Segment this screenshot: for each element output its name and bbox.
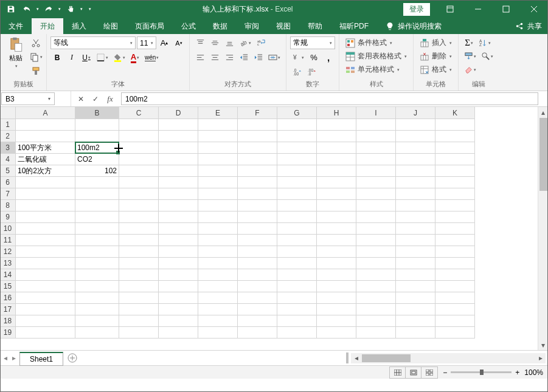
page-layout-view-button[interactable] bbox=[406, 367, 421, 378]
cell[interactable] bbox=[16, 211, 75, 223]
cell[interactable] bbox=[75, 188, 119, 200]
cell[interactable] bbox=[317, 246, 356, 258]
cell[interactable] bbox=[119, 315, 159, 327]
cell[interactable] bbox=[356, 211, 396, 223]
cell[interactable] bbox=[16, 223, 75, 235]
cell[interactable] bbox=[16, 119, 75, 131]
cell[interactable] bbox=[396, 304, 435, 315]
row-header[interactable]: 5 bbox=[0, 165, 16, 177]
cell[interactable] bbox=[198, 327, 238, 339]
cell[interactable] bbox=[238, 223, 277, 235]
undo-button[interactable] bbox=[19, 2, 34, 16]
column-header[interactable]: E bbox=[198, 107, 238, 119]
autosum-button[interactable]: Σ▾ bbox=[462, 36, 476, 49]
cell[interactable] bbox=[238, 177, 277, 188]
minimize-button[interactable] bbox=[464, 0, 492, 18]
cell[interactable] bbox=[277, 315, 317, 327]
cell[interactable] bbox=[396, 211, 435, 223]
save-button[interactable] bbox=[4, 2, 18, 16]
vertical-scrollbar[interactable]: ▴ ▾ bbox=[538, 107, 548, 350]
sort-filter-button[interactable]: AZ▾ bbox=[477, 36, 493, 49]
row-header[interactable]: 12 bbox=[0, 246, 16, 258]
cell[interactable] bbox=[317, 188, 356, 200]
font-size-combo[interactable]: 11▾ bbox=[137, 36, 156, 49]
cell[interactable] bbox=[159, 304, 198, 315]
cell[interactable] bbox=[356, 119, 396, 131]
cell[interactable] bbox=[238, 292, 277, 304]
cell[interactable] bbox=[356, 223, 396, 235]
cell[interactable] bbox=[119, 177, 159, 188]
vscroll-thumb[interactable] bbox=[539, 118, 547, 191]
cell[interactable] bbox=[238, 165, 277, 177]
row-header[interactable]: 1 bbox=[0, 119, 16, 131]
cell[interactable] bbox=[277, 211, 317, 223]
cell[interactable] bbox=[238, 235, 277, 246]
align-top-button[interactable] bbox=[193, 36, 207, 49]
column-header[interactable]: G bbox=[277, 107, 317, 119]
cell[interactable] bbox=[159, 200, 198, 211]
cell[interactable] bbox=[198, 235, 238, 246]
italic-button[interactable]: I bbox=[65, 51, 78, 64]
cell[interactable] bbox=[277, 223, 317, 235]
normal-view-button[interactable] bbox=[390, 367, 406, 378]
cell[interactable] bbox=[317, 119, 356, 131]
cell[interactable]: 二氧化碳 bbox=[16, 154, 75, 165]
cell[interactable] bbox=[356, 177, 396, 188]
cell[interactable] bbox=[356, 235, 396, 246]
tab-formulas[interactable]: 公式 bbox=[173, 18, 204, 34]
align-bottom-button[interactable] bbox=[223, 36, 236, 49]
cell[interactable] bbox=[198, 200, 238, 211]
cell[interactable] bbox=[396, 131, 435, 142]
cell[interactable] bbox=[317, 131, 356, 142]
insert-function-button[interactable]: fx bbox=[103, 92, 117, 106]
cell[interactable] bbox=[75, 211, 119, 223]
cell[interactable] bbox=[435, 200, 475, 211]
cut-button[interactable] bbox=[29, 36, 43, 49]
cell[interactable] bbox=[356, 165, 396, 177]
row-header[interactable]: 11 bbox=[0, 235, 16, 246]
column-header[interactable]: J bbox=[396, 107, 435, 119]
row-header[interactable]: 18 bbox=[0, 315, 16, 327]
cell[interactable] bbox=[75, 304, 119, 315]
cell[interactable] bbox=[356, 269, 396, 281]
close-button[interactable] bbox=[520, 0, 548, 18]
increase-font-button[interactable]: A▴ bbox=[158, 36, 171, 49]
cell[interactable] bbox=[435, 177, 475, 188]
find-button[interactable]: ▾ bbox=[479, 50, 495, 63]
cell[interactable] bbox=[75, 269, 119, 281]
tab-foxit[interactable]: 福昕PDF bbox=[331, 18, 377, 34]
cell[interactable] bbox=[277, 258, 317, 269]
decrease-indent-button[interactable] bbox=[237, 51, 251, 64]
cell[interactable] bbox=[119, 327, 159, 339]
qat-customize[interactable]: ▾ bbox=[88, 2, 92, 16]
conditional-format-button[interactable]: 条件格式▾ bbox=[343, 36, 395, 49]
horizontal-scrollbar[interactable]: ◂ ▸ bbox=[351, 353, 546, 363]
cell[interactable] bbox=[75, 131, 119, 142]
undo-dropdown[interactable]: ▾ bbox=[35, 2, 40, 16]
cell[interactable] bbox=[198, 131, 238, 142]
cell[interactable] bbox=[238, 304, 277, 315]
cell[interactable] bbox=[277, 165, 317, 177]
cell[interactable] bbox=[238, 188, 277, 200]
cell[interactable] bbox=[317, 304, 356, 315]
cell[interactable] bbox=[238, 269, 277, 281]
cell[interactable] bbox=[119, 292, 159, 304]
insert-cells-button[interactable]: 插入▾ bbox=[417, 36, 454, 49]
cell[interactable] bbox=[238, 258, 277, 269]
cell[interactable] bbox=[198, 188, 238, 200]
cell[interactable] bbox=[119, 200, 159, 211]
fill-button[interactable]: ▾ bbox=[462, 50, 478, 63]
cell[interactable] bbox=[159, 223, 198, 235]
cell[interactable] bbox=[435, 165, 475, 177]
phonetic-button[interactable]: wén▾ bbox=[143, 51, 161, 64]
column-header[interactable]: I bbox=[356, 107, 396, 119]
cell[interactable] bbox=[238, 327, 277, 339]
scroll-right-button[interactable]: ▸ bbox=[535, 353, 546, 363]
login-button[interactable]: 登录 bbox=[403, 3, 430, 16]
cell[interactable] bbox=[159, 258, 198, 269]
name-box[interactable]: B3▾ bbox=[1, 92, 55, 105]
zoom-in-button[interactable]: + bbox=[515, 368, 519, 377]
column-header[interactable]: K bbox=[435, 107, 475, 119]
cell[interactable]: CO2 bbox=[75, 154, 119, 165]
cell[interactable] bbox=[396, 235, 435, 246]
